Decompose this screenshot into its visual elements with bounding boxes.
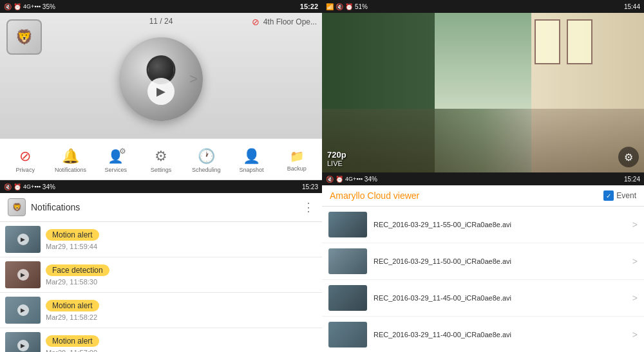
motion-alert-tag: Motion alert bbox=[46, 229, 99, 241]
notifications-header-left: 🦁 Notifications bbox=[8, 198, 80, 216]
backup-label: Backup bbox=[287, 165, 307, 172]
camera-ball-container: < ▶ > bbox=[119, 37, 203, 121]
services-label: Services bbox=[104, 167, 127, 173]
privacy-label: Privacy bbox=[15, 167, 35, 173]
camera-view: 🦁 11 / 24 ⊘ 4th Floor Ope... < ▶ > bbox=[0, 13, 322, 138]
live-feed-background bbox=[322, 13, 644, 172]
status-bar-right-top: 📶 🔇 ⏰ 51% 15:44 bbox=[322, 0, 644, 13]
recording-filename: REC_2016-03-29_11-50-00_iCRa0ae8e.avi bbox=[374, 257, 626, 265]
notif-thumbnail: ▶ bbox=[5, 226, 41, 253]
stop-icon: ⊘ bbox=[252, 17, 260, 27]
cloud-viewer-title: Amaryllo Cloud viewer bbox=[330, 190, 419, 201]
time-right-top: 15:44 bbox=[624, 3, 640, 10]
room-floor bbox=[322, 109, 644, 172]
cloud-viewer-header: Amaryllo Cloud viewer ✓ Event bbox=[322, 185, 644, 207]
camera-name: 4th Floor Ope... bbox=[263, 17, 317, 26]
signal-icon: 4G+▪▪▪ bbox=[23, 3, 41, 10]
recording-list: REC_2016-03-29_11-55-00_iCRa0ae8e.avi > … bbox=[322, 207, 644, 352]
snapshot-icon: 👤 bbox=[243, 148, 260, 165]
time-left-bottom: 15:23 bbox=[302, 183, 318, 190]
notifications-list: ▶ Motion alert Mar29, 11:59:44 ▶ Face de… bbox=[0, 222, 322, 352]
privacy-icon: ⊘ bbox=[19, 148, 31, 165]
recording-item[interactable]: REC_2016-03-29_11-50-00_iCRa0ae8e.avi > bbox=[322, 243, 644, 280]
scheduling-icon: 🕐 bbox=[198, 148, 215, 165]
toolbar-settings[interactable]: ⚙ Settings bbox=[138, 148, 184, 173]
notification-item[interactable]: ▶ Motion alert Mar29, 11:58:22 bbox=[0, 293, 322, 328]
signal-right-icon: 📶 bbox=[326, 3, 334, 10]
left-panel: 🔇 ⏰ 4G+▪▪▪ 35% 15:22 🦁 11 / 24 ⊘ 4th Flo… bbox=[0, 0, 322, 352]
thumb-play-icon: ▶ bbox=[17, 304, 29, 316]
recording-thumbnail bbox=[328, 285, 367, 311]
camera-toolbar: ⊘ Privacy 🔔 Notifications 👤⚙ Services ⚙ … bbox=[0, 138, 322, 180]
snapshot-label: Snapshot bbox=[240, 167, 264, 173]
mute-right-icon: 🔇 bbox=[336, 3, 343, 10]
camera-header: ⊘ 4th Floor Ope... bbox=[252, 17, 317, 27]
logo-icon: 🦁 bbox=[6, 19, 42, 55]
recording-item[interactable]: REC_2016-03-29_11-55-00_iCRa0ae8e.avi > bbox=[322, 207, 644, 243]
play-button[interactable]: ▶ bbox=[147, 78, 175, 105]
time-left-top: 15:22 bbox=[300, 3, 318, 10]
mute-right2-icon: 🔇 bbox=[326, 176, 334, 183]
toolbar-services[interactable]: 👤⚙ Services bbox=[93, 148, 138, 173]
toolbar-snapshot[interactable]: 👤 Snapshot bbox=[229, 148, 274, 173]
settings-label: Settings bbox=[151, 167, 172, 173]
notif-content: Motion alert Mar29, 11:59:44 bbox=[46, 228, 317, 250]
notif-thumbnail: ▶ bbox=[5, 297, 41, 324]
more-options-button[interactable]: ⋮ bbox=[303, 200, 314, 214]
notif-date: Mar29, 11:58:22 bbox=[46, 313, 317, 321]
notif-content: Face detection Mar29, 11:58:30 bbox=[46, 264, 317, 286]
time-right-bottom: 15:24 bbox=[624, 176, 640, 183]
backup-icon: 📁 bbox=[290, 149, 304, 163]
next-camera-button[interactable]: > bbox=[189, 71, 198, 88]
thumb-play-icon: ▶ bbox=[17, 269, 29, 281]
toolbar-notifications[interactable]: 🔔 Notifications bbox=[48, 148, 93, 173]
status-icons-left2: 🔇 ⏰ 4G+▪▪▪ 34% bbox=[4, 183, 55, 190]
live-feed[interactable]: 720p LIVE ⚙ bbox=[322, 13, 644, 172]
alarm-right2-icon: ⏰ bbox=[336, 176, 343, 183]
status-icons-right2: 🔇 ⏰ 4G+▪▪▪ 34% bbox=[326, 176, 377, 183]
face-detection-tag: Face detection bbox=[46, 264, 109, 276]
battery-right2: 34% bbox=[365, 176, 377, 183]
right-panel: 📶 🔇 ⏰ 51% 15:44 720p LIVE ⚙ bbox=[322, 0, 644, 352]
signal-icon2: 4G+▪▪▪ bbox=[23, 183, 41, 190]
notifications-panel: 🦁 Notifications ⋮ ▶ Motion alert Mar29, … bbox=[0, 193, 322, 352]
settings-overlay-button[interactable]: ⚙ bbox=[618, 147, 639, 167]
event-label: Event bbox=[616, 191, 636, 200]
toolbar-backup[interactable]: 📁 Backup bbox=[274, 149, 319, 172]
notifications-header: 🦁 Notifications ⋮ bbox=[0, 193, 322, 222]
status-bar-left-top: 🔇 ⏰ 4G+▪▪▪ 35% 15:22 bbox=[0, 0, 322, 13]
signal-right2-icon: 4G+▪▪▪ bbox=[345, 176, 363, 182]
recording-item[interactable]: REC_2016-03-29_11-40-00_iCRa0ae8e.avi > bbox=[322, 317, 644, 352]
thumb-play-icon: ▶ bbox=[17, 340, 29, 351]
recording-item[interactable]: REC_2016-03-29_11-45-00_iCRa0ae8e.avi > bbox=[322, 280, 644, 317]
status-icons-left: 🔇 ⏰ 4G+▪▪▪ 35% bbox=[4, 3, 55, 10]
alarm-right-icon: ⏰ bbox=[345, 3, 353, 10]
cloud-viewer: Amaryllo Cloud viewer ✓ Event REC_2016-0… bbox=[322, 185, 644, 352]
recording-thumbnail bbox=[328, 322, 367, 347]
toolbar-scheduling[interactable]: 🕐 Scheduling bbox=[184, 148, 229, 173]
motion-alert-tag: Motion alert bbox=[46, 335, 99, 347]
event-filter-checkbox[interactable]: ✓ Event bbox=[603, 190, 636, 201]
notifications-title: Notifications bbox=[31, 202, 80, 212]
recording-thumbnail bbox=[328, 212, 367, 237]
chevron-right-icon: > bbox=[632, 329, 638, 340]
notification-item[interactable]: ▶ Motion alert Mar29, 11:57:00 bbox=[0, 328, 322, 352]
notification-item[interactable]: ▶ Face detection Mar29, 11:58:30 bbox=[0, 257, 322, 293]
recording-filename: REC_2016-03-29_11-45-00_iCRa0ae8e.avi bbox=[374, 294, 626, 302]
status-bar-left-bottom: 🔇 ⏰ 4G+▪▪▪ 34% 15:23 bbox=[0, 180, 322, 193]
mute-icon2: 🔇 bbox=[4, 183, 12, 190]
toolbar-privacy[interactable]: ⊘ Privacy bbox=[3, 148, 48, 173]
app-logo: 🦁 bbox=[6, 19, 42, 55]
scheduling-label: Scheduling bbox=[192, 167, 221, 173]
notification-item[interactable]: ▶ Motion alert Mar29, 11:59:44 bbox=[0, 222, 322, 257]
battery-left2: 34% bbox=[43, 183, 55, 190]
notif-thumbnail: ▶ bbox=[5, 261, 41, 288]
resolution-text: 720p bbox=[327, 150, 346, 160]
status-icons-right: 📶 🔇 ⏰ 51% bbox=[326, 3, 368, 10]
recording-filename: REC_2016-03-29_11-55-00_iCRa0ae8e.avi bbox=[374, 221, 626, 228]
battery-right: 51% bbox=[355, 3, 368, 10]
camera-count: 11 / 24 bbox=[149, 17, 173, 26]
notifications-label: Notifications bbox=[55, 167, 86, 173]
chevron-right-icon: > bbox=[632, 219, 638, 230]
notifications-icon: 🔔 bbox=[62, 148, 79, 165]
